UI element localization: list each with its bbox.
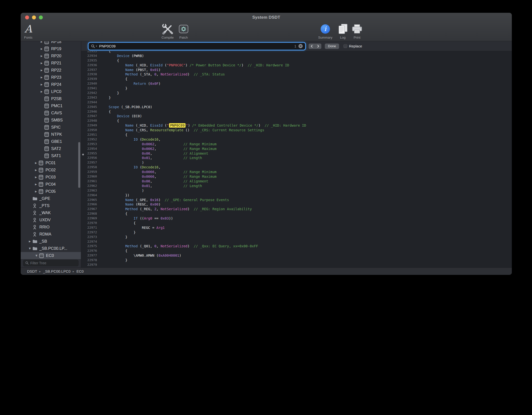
disclosure-closed-icon[interactable]: ▶ <box>33 183 39 186</box>
search-field[interactable]: 1 <box>89 43 305 50</box>
device-icon <box>44 104 51 108</box>
tree-item-sat2[interactable]: SAT2 <box>21 145 81 152</box>
tree-item-_sbpc00lp[interactable]: ▼_SB.PC00.LP... <box>21 245 81 252</box>
fonts-button[interactable]: A Fonts <box>21 23 35 40</box>
tree-item-label: SMBS <box>51 118 63 122</box>
disclosure-closed-icon[interactable]: ▶ <box>39 47 44 50</box>
tree-item-rp18[interactable]: ▶RP18 <box>21 41 81 45</box>
tree-item-pc03[interactable]: ▶PC03 <box>21 174 81 181</box>
device-icon <box>39 175 45 180</box>
search-options-chevron-icon[interactable] <box>96 46 97 47</box>
tree-item-pc05[interactable]: ▶PC05 <box>21 188 81 195</box>
tree-item-pc02[interactable]: ▶PC02 <box>21 166 81 174</box>
disclosure-closed-icon[interactable]: ▶ <box>39 69 44 72</box>
compile-button[interactable]: Compile <box>159 23 176 40</box>
find-next-button[interactable] <box>315 44 321 49</box>
window-chrome: System DSDT A Fonts Compi <box>21 13 512 41</box>
device-icon <box>44 89 51 94</box>
disclosure-closed-icon[interactable]: ▶ <box>39 55 44 57</box>
tree-item-label: RP18 <box>51 41 61 44</box>
tree-item-rp23[interactable]: ▶RP23 <box>21 74 81 81</box>
device-icon <box>44 75 51 80</box>
tree-item-lpc0[interactable]: ▶LPC0 <box>21 88 81 95</box>
tree-item-sat1[interactable]: SAT1 <box>21 152 81 159</box>
filter-input[interactable] <box>30 261 76 265</box>
disclosure-closed-icon[interactable]: ▶ <box>33 176 39 178</box>
line-number: 22937 <box>81 68 100 72</box>
tree-item-label: PMC1 <box>51 104 63 108</box>
disclosure-closed-icon[interactable]: ▶ <box>39 83 44 86</box>
breadcrumb-separator-icon: ▸ <box>39 270 41 273</box>
search-input[interactable] <box>99 44 294 48</box>
tree-item-rp22[interactable]: ▶RP22 <box>21 67 81 74</box>
tree-item-_gpe[interactable]: _GPE <box>21 195 81 202</box>
code-line: 22952 IO (Decode16, <box>81 137 512 142</box>
code-editor[interactable]: 22933 {22934 Device (PWRB)22935 {22936 N… <box>81 51 512 267</box>
tree-item-uxdv[interactable]: UXDV <box>21 216 81 223</box>
line-number: 22961 <box>81 179 100 184</box>
breadcrumb-item[interactable]: _SB.PC00.LPC0 <box>43 269 71 273</box>
toolbar-label: Log <box>340 36 346 39</box>
tree-item-rp19[interactable]: ▶RP19 <box>21 45 81 52</box>
replace-toggle[interactable]: Replace <box>344 44 362 48</box>
tree-item-rp24[interactable]: ▶RP24 <box>21 81 81 88</box>
line-number: 22964 <box>81 193 100 198</box>
tree-item-label: RRIO <box>39 225 49 229</box>
done-button[interactable]: Done <box>325 44 339 49</box>
tree-item-_wak[interactable]: _WAK <box>21 209 81 216</box>
tree-item-label: SPIC <box>51 125 61 130</box>
line-number: 22975 <box>81 244 100 249</box>
code-line: 22955 0x00, // Alignment <box>81 151 512 156</box>
folder-icon <box>32 197 39 201</box>
tree-item-_pts[interactable]: _PTS <box>21 202 81 209</box>
summary-button[interactable]: i Summary <box>316 23 335 40</box>
disclosure-closed-icon[interactable]: ▶ <box>33 162 39 164</box>
tree-item-spic[interactable]: SPIC <box>21 124 81 131</box>
line-number: 22965 <box>81 198 100 202</box>
device-icon <box>44 54 51 59</box>
disclosure-closed-icon[interactable]: ▶ <box>33 190 39 193</box>
disclosure-closed-icon[interactable]: ▶ <box>39 41 44 43</box>
tree-item-smbs[interactable]: SMBS <box>21 117 81 124</box>
code-line: 22963 ) <box>81 188 512 193</box>
tree-item-pc01[interactable]: ▶PC01 <box>21 159 81 166</box>
disclosure-closed-icon[interactable]: ▶ <box>39 76 44 79</box>
log-button[interactable]: Log <box>336 23 350 40</box>
tree-item-rrio[interactable]: RRIO <box>21 223 81 231</box>
patch-button[interactable]: Patch <box>176 23 191 40</box>
tree-item-rp21[interactable]: ▶RP21 <box>21 59 81 67</box>
disclosure-closed-icon[interactable]: ▶ <box>27 240 32 243</box>
tree-item-gbe1[interactable]: GBE1 <box>21 138 81 145</box>
disclosure-open-icon[interactable]: ▼ <box>27 247 32 250</box>
find-previous-button[interactable] <box>309 44 315 49</box>
tree-item-_sb[interactable]: ▶_SB <box>21 238 81 245</box>
tree-item-pc04[interactable]: ▶PC04 <box>21 181 81 188</box>
code-line: 22962 0x01, // Length <box>81 184 512 188</box>
code-line: 22957 ) <box>81 160 512 165</box>
disclosure-closed-icon[interactable]: ▶ <box>33 169 39 171</box>
code-line: 22945 Scope (_SB.PC00.LPC0) <box>81 105 512 109</box>
device-icon <box>44 153 51 158</box>
tree-item-rp20[interactable]: ▶RP20 <box>21 52 81 59</box>
disclosure-open-icon[interactable]: ▼ <box>34 254 39 257</box>
tree-item-ntpk[interactable]: NTPK <box>21 131 81 138</box>
breadcrumb-item[interactable]: DSDT <box>27 269 37 273</box>
sidebar-scrollbar[interactable] <box>78 142 80 188</box>
code-line: 22946 { <box>81 109 512 114</box>
tree-item-ec0[interactable]: ▼EC0 <box>21 252 81 259</box>
filter-field[interactable] <box>23 260 78 266</box>
line-number: 22979 <box>81 263 100 267</box>
tree-item-label: SAT1 <box>51 153 61 158</box>
tree-item-pmc1[interactable]: PMC1 <box>21 102 81 109</box>
replace-checkbox[interactable] <box>344 44 347 48</box>
tree-item-p2sb[interactable]: P2SB <box>21 95 81 102</box>
disclosure-closed-icon[interactable]: ▶ <box>39 90 44 93</box>
breadcrumb-item[interactable]: EC0 <box>77 269 84 273</box>
line-number: 22972 <box>81 230 100 235</box>
tree-item-rdma[interactable]: RDMA <box>21 231 81 238</box>
tree-item-cavs[interactable]: CAVS <box>21 109 81 117</box>
clear-search-button[interactable] <box>298 44 303 48</box>
print-button[interactable]: Print <box>350 23 364 40</box>
split-handle[interactable] <box>82 154 84 155</box>
disclosure-closed-icon[interactable]: ▶ <box>39 62 44 64</box>
